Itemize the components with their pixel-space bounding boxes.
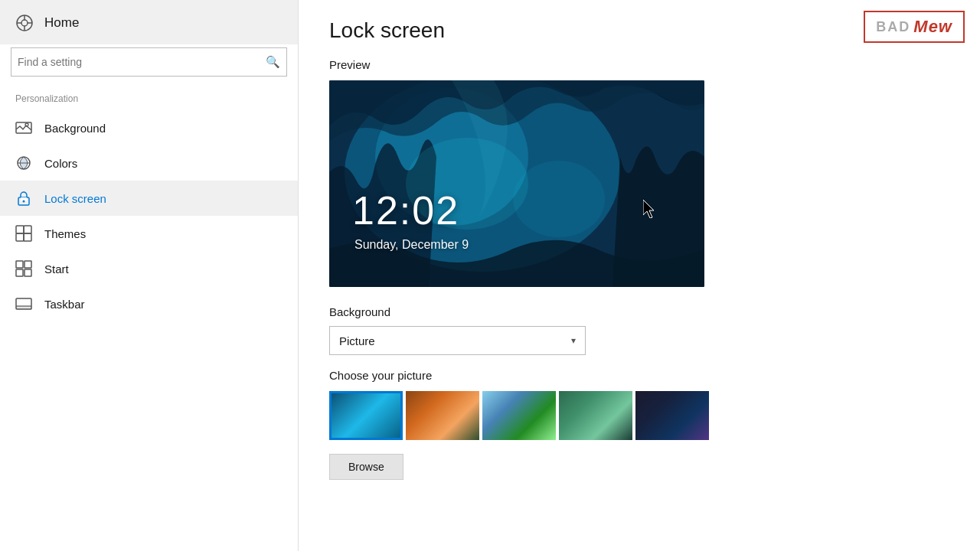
search-box[interactable]: 🔍 <box>11 47 287 77</box>
svg-marker-29 <box>643 200 654 218</box>
ice-shapes <box>329 80 704 287</box>
home-icon <box>15 14 34 32</box>
themes-icon <box>15 225 32 242</box>
svg-rect-13 <box>16 226 24 233</box>
preview-section-label: Preview <box>329 58 949 71</box>
background-section-label: Background <box>329 305 949 318</box>
svg-point-1 <box>21 20 28 26</box>
svg-rect-20 <box>24 269 31 276</box>
svg-rect-19 <box>16 269 23 276</box>
sidebar-item-colors[interactable]: Colors <box>0 145 298 181</box>
preview-time: 12:02 <box>352 187 459 233</box>
sidebar-item-taskbar[interactable]: Taskbar <box>0 286 298 321</box>
cursor-indicator <box>643 200 658 218</box>
svg-rect-15 <box>16 233 24 241</box>
lock-screen-preview: 12:02 Sunday, December 9 <box>329 80 704 287</box>
taskbar-icon <box>15 295 32 312</box>
colors-icon <box>15 155 32 171</box>
sidebar-item-background[interactable]: Background <box>0 110 298 145</box>
search-input[interactable] <box>18 56 266 68</box>
sidebar-home-button[interactable]: Home <box>0 0 298 44</box>
sidebar: Home 🔍 Personalization Background Colors <box>0 0 299 551</box>
sidebar-item-themes[interactable]: Themes <box>0 216 298 251</box>
lock-screen-icon <box>15 190 32 207</box>
main-content: BAD Mew Lock screen Preview <box>299 0 980 551</box>
sidebar-item-start[interactable]: Start <box>0 251 298 286</box>
section-label: Personalization <box>0 90 298 110</box>
svg-rect-22 <box>16 306 31 309</box>
svg-point-12 <box>23 201 25 203</box>
dropdown-value: Picture <box>339 334 375 347</box>
browse-button[interactable]: Browse <box>329 454 403 480</box>
svg-rect-17 <box>16 261 23 268</box>
sidebar-item-themes-label: Themes <box>44 227 86 240</box>
picture-thumb-5[interactable] <box>635 391 709 440</box>
sidebar-item-taskbar-label: Taskbar <box>44 298 85 311</box>
svg-rect-14 <box>24 226 31 233</box>
picture-thumb-4[interactable] <box>559 391 632 440</box>
preview-date: Sunday, December 9 <box>354 238 469 252</box>
background-dropdown[interactable]: Picture ▾ <box>329 326 586 355</box>
svg-rect-16 <box>24 233 31 241</box>
sidebar-item-background-label: Background <box>44 122 106 135</box>
sidebar-item-lock-screen[interactable]: Lock screen <box>0 181 298 216</box>
svg-point-28 <box>513 161 605 237</box>
picture-thumb-3[interactable] <box>482 391 556 440</box>
picture-thumb-1[interactable] <box>329 391 403 440</box>
sidebar-item-start-label: Start <box>44 262 69 276</box>
search-icon: 🔍 <box>266 55 280 69</box>
svg-rect-18 <box>24 261 31 268</box>
start-icon <box>15 260 32 277</box>
sidebar-item-lock-screen-label: Lock screen <box>44 192 106 205</box>
home-label: Home <box>44 15 79 31</box>
choose-picture-label: Choose your picture <box>329 369 949 382</box>
background-icon <box>15 119 32 136</box>
badge-gray-text: BAD <box>876 19 910 35</box>
badge-mew-text: Mew <box>913 17 952 37</box>
sidebar-item-colors-label: Colors <box>44 157 77 170</box>
top-right-badge: BAD Mew <box>864 11 965 43</box>
svg-point-7 <box>25 123 28 126</box>
picture-grid <box>329 391 949 440</box>
chevron-down-icon: ▾ <box>571 335 576 346</box>
background-section: Background Picture ▾ <box>329 305 949 355</box>
picture-thumb-2[interactable] <box>406 391 479 440</box>
page-title: Lock screen <box>329 18 949 43</box>
